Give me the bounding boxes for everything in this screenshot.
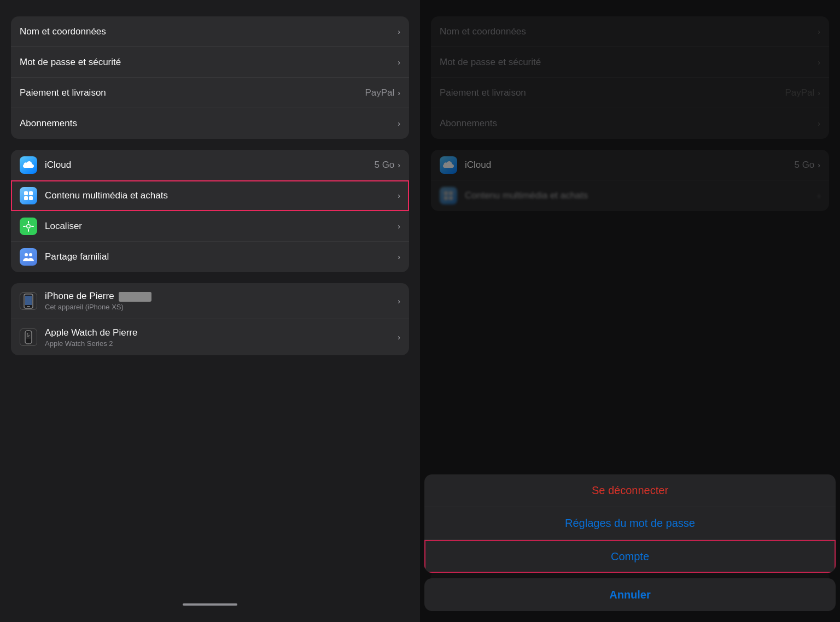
watch-info: Apple Watch de Pierre Apple Watch Series… <box>45 327 398 348</box>
svg-point-6 <box>25 253 28 256</box>
watch-subtitle: Apple Watch Series 2 <box>45 339 398 348</box>
svg-rect-19 <box>30 343 31 344</box>
svg-rect-14 <box>27 335 30 336</box>
partage-label: Partage familial <box>45 251 398 262</box>
iphone-info: iPhone de Pierre Cet appareil (iPhone XS… <box>45 291 398 311</box>
compte-label: Compte <box>611 550 649 563</box>
svg-rect-2 <box>24 196 28 200</box>
iphone-subtitle: Cet appareil (iPhone XS) <box>45 303 398 311</box>
abonnements-label: Abonnements <box>20 118 398 129</box>
deconnecter-button[interactable]: Se déconnecter <box>424 474 836 507</box>
iphone-name: iPhone de Pierre <box>45 291 398 302</box>
services-group: iCloud 5 Go › Contenu multimédia et acha… <box>11 150 409 272</box>
media-label: Contenu multimédia et achats <box>45 190 398 201</box>
svg-rect-17 <box>30 330 31 331</box>
media-icon <box>20 187 37 204</box>
abonnements-row[interactable]: Abonnements › <box>11 108 409 139</box>
paiement-label: Paiement et livraison <box>20 87 365 98</box>
compte-button[interactable]: Compte <box>424 540 836 573</box>
iphone-device-icon <box>20 292 37 310</box>
svg-rect-13 <box>27 333 28 335</box>
annuler-label: Annuler <box>609 589 651 601</box>
icloud-value: 5 Go <box>374 160 394 171</box>
paiement-row[interactable]: Paiement et livraison PayPal › <box>11 78 409 108</box>
chevron-icon: › <box>398 333 400 342</box>
svg-rect-1 <box>29 191 33 195</box>
chevron-icon: › <box>398 119 400 128</box>
chevron-icon: › <box>398 253 400 261</box>
paiement-value: PayPal <box>365 87 394 98</box>
family-icon <box>20 248 37 266</box>
watch-device-icon <box>20 328 37 346</box>
password-settings-label: Réglages du mot de passe <box>565 517 695 530</box>
chevron-icon: › <box>398 191 400 200</box>
devices-group: iPhone de Pierre Cet appareil (iPhone XS… <box>11 283 409 355</box>
icloud-icon <box>20 156 37 174</box>
svg-point-7 <box>29 253 32 256</box>
watch-device-row[interactable]: Apple Watch de Pierre Apple Watch Series… <box>11 319 409 355</box>
action-sheet: Se déconnecter Réglages du mot de passe … <box>424 474 836 573</box>
chevron-icon: › <box>398 58 400 67</box>
left-panel: Nom et coordonnées › Mot de passe et séc… <box>0 0 420 622</box>
account-settings-group: Nom et coordonnées › Mot de passe et séc… <box>11 16 409 139</box>
password-settings-button[interactable]: Réglages du mot de passe <box>424 507 836 540</box>
svg-rect-10 <box>27 306 30 307</box>
chevron-icon: › <box>398 222 400 231</box>
svg-point-5 <box>27 225 30 227</box>
svg-rect-15 <box>27 336 29 337</box>
chevron-icon: › <box>398 27 400 36</box>
localiser-row[interactable]: Localiser › <box>11 211 409 242</box>
mot-de-passe-row[interactable]: Mot de passe et sécurité › <box>11 47 409 78</box>
watch-name: Apple Watch de Pierre <box>45 327 398 338</box>
icloud-label: iCloud <box>45 160 374 171</box>
chevron-icon: › <box>398 161 400 169</box>
media-achats-row[interactable]: Contenu multimédia et achats › <box>11 180 409 211</box>
svg-rect-9 <box>25 296 32 305</box>
svg-rect-0 <box>24 191 28 195</box>
nom-coordonnees-label: Nom et coordonnées <box>20 26 398 37</box>
localiser-label: Localiser <box>45 221 398 232</box>
scroll-indicator <box>183 603 237 606</box>
svg-rect-3 <box>29 196 33 200</box>
action-sheet-overlay: Se déconnecter Réglages du mot de passe … <box>420 0 840 622</box>
chevron-icon: › <box>398 297 400 306</box>
partage-familial-row[interactable]: Partage familial › <box>11 242 409 272</box>
svg-rect-18 <box>27 343 28 344</box>
mot-de-passe-label: Mot de passe et sécurité <box>20 57 398 68</box>
svg-rect-16 <box>27 330 28 331</box>
name-blur <box>119 292 151 302</box>
deconnecter-label: Se déconnecter <box>592 484 668 497</box>
iphone-device-row[interactable]: iPhone de Pierre Cet appareil (iPhone XS… <box>11 283 409 319</box>
find-icon <box>20 218 37 235</box>
chevron-icon: › <box>398 89 400 97</box>
annuler-button[interactable]: Annuler <box>424 578 836 611</box>
nom-coordonnees-row[interactable]: Nom et coordonnées › <box>11 16 409 47</box>
right-panel: Nom et coordonnées › Mot de passe et séc… <box>420 0 840 622</box>
icloud-row[interactable]: iCloud 5 Go › <box>11 150 409 180</box>
